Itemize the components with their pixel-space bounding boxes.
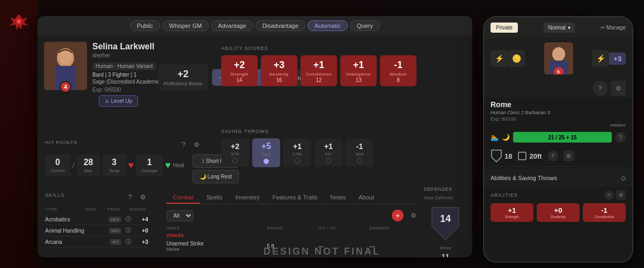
roll-whisper-gm-button[interactable]: Whisper GM [162, 20, 209, 31]
mobile-tab-private[interactable]: Private [491, 23, 518, 33]
ability-wisdom[interactable]: -1 Wisdom 8 [380, 55, 416, 86]
tab-notes[interactable]: Notes [324, 192, 353, 204]
ability-intelligence[interactable]: +1 Intelligence 13 [340, 55, 377, 86]
skill-arcana[interactable]: Arcana INT ⓘ +3 [45, 236, 148, 248]
hp-settings-button[interactable]: ⚙ [191, 139, 202, 150]
mobile-speed-icon [517, 151, 527, 161]
mobile-ability-strength[interactable]: +1 Strength [491, 203, 533, 222]
character-pronouns: she/her [92, 53, 203, 58]
skill-acrobatics[interactable]: Acrobatics DEX ⓘ +4 [45, 214, 148, 225]
skill-arcana-circle-icon: ⓘ [123, 238, 133, 245]
ability-dexterity[interactable]: +3 Dexterity 16 [261, 55, 297, 86]
mobile-constitution-name: Constitution [585, 215, 624, 219]
tab-inventory[interactable]: Inventory [229, 192, 266, 204]
mobile-hp-icons-row: 🏊 🌙 21 / 25 + 15 ? [491, 132, 626, 143]
constitution-score: 12 [305, 77, 333, 83]
ability-strength[interactable]: +2 Strength 14 [221, 55, 258, 86]
hp-temp-value: 3 [108, 158, 121, 167]
skill-animal-handling-circle-icon: ⓘ [123, 227, 133, 234]
constitution-name: Constitution [305, 72, 333, 77]
mobile-ability-constitution[interactable]: -1 Constitution [583, 203, 626, 222]
attack-range: 5 ft [267, 243, 316, 249]
mobile-action-icon-1[interactable]: ⚡ [491, 50, 508, 67]
mobile-tab-normal[interactable]: Normal ▾ [544, 23, 574, 33]
mobile-hp-bar-area: 🏊 🌙 21 / 25 + 15 ? [484, 130, 632, 147]
chevron-right-icon: ◇ [621, 174, 626, 182]
hp-max-box: 28 Max [77, 154, 100, 176]
saving-throws-title: SAVING THROWS [221, 129, 466, 134]
mobile-abilities-gear-button[interactable]: ⚙ [616, 190, 626, 200]
level-up-button[interactable]: ⚔ Level Up [99, 95, 138, 107]
mobile-speed-help-button[interactable]: ? [547, 151, 558, 161]
mobile-abilities-section-label: Abilities & Saving Throws [491, 175, 557, 181]
hp-help-button[interactable]: ? [178, 139, 189, 150]
manage-button[interactable]: ✂ Manage [601, 25, 626, 31]
defenses-title: DEFENSES [424, 187, 467, 192]
skill-acrobatics-bonus: +4 [135, 217, 148, 222]
sidebar [0, 0, 38, 268]
skills-column-headers: TYPE MOD PROF BONUS [45, 207, 148, 212]
skills-settings-button[interactable]: ⚙ [137, 192, 148, 203]
save-int-value: +1 [320, 142, 337, 151]
heal-label: Heal [173, 162, 184, 168]
save-wis[interactable]: -1 WIS [346, 139, 374, 167]
mobile-initiative-badge: +3 [609, 53, 626, 65]
mobile-action-icon-2[interactable]: ⚡ [592, 50, 609, 67]
save-con-value: +1 [289, 142, 306, 151]
mobile-abilities-toggle[interactable]: Abilities & Saving Throws ◇ [484, 169, 632, 187]
defenses-section: DEFENSES New Defense 14 Armor 11 Dam [419, 182, 472, 257]
mobile-hp-help-button[interactable]: ? [615, 132, 626, 143]
skills-section: SKILLS ? ⚙ TYPE MOD PROF BONUS Acrobatic… [38, 188, 156, 252]
combat-settings-button[interactable]: ⚙ [408, 210, 419, 221]
attack-col-damage: DAMAGE [369, 226, 419, 230]
attack-group-label: Attacks [166, 233, 419, 238]
mobile-help-button[interactable]: ? [592, 81, 608, 96]
save-dex-value: +5 [258, 142, 275, 151]
tab-combat[interactable]: Combat [166, 192, 200, 204]
hp-temp-label: Temp [108, 168, 121, 173]
tab-features[interactable]: Features & Traits [266, 192, 324, 204]
mobile-shield-icon [491, 149, 502, 163]
save-con[interactable]: +1 CON [283, 139, 311, 167]
roll-automatic-button[interactable]: Automatic [308, 20, 348, 31]
mobile-ability-dexterity[interactable]: +0 Dexterity [537, 203, 580, 222]
dexterity-score: 16 [265, 77, 293, 83]
mobile-dexterity-val: +0 [539, 206, 577, 214]
save-str[interactable]: +2 STR [221, 139, 249, 167]
new-defense-label: New Defense [424, 195, 467, 200]
constitution-mod: +1 [305, 59, 333, 71]
mobile-coin-icon[interactable]: 🪙 [508, 50, 525, 67]
combat-filter-row: All + ⚙ [166, 210, 419, 221]
mobile-speed-value: 20ft [529, 152, 541, 160]
ability-constitution[interactable]: +1 Constitution 12 [301, 55, 337, 86]
attack-unarmed-strike[interactable]: Unarmed Strike Melee 5 ft — — [166, 239, 419, 254]
save-int[interactable]: +1 INT [314, 139, 342, 167]
skills-help-button[interactable]: ? [125, 192, 135, 203]
mobile-speed-gear-button[interactable]: ⚙ [564, 151, 574, 161]
roll-disadvantage-button[interactable]: Disadvantage [255, 20, 305, 31]
mobile-ac-display: 18 [491, 149, 512, 163]
attack-col-name: NAME [166, 226, 265, 230]
save-dex[interactable]: +5 DEX [252, 138, 280, 167]
ability-scores-title: ABILITY SCORES [221, 46, 466, 51]
hp-max-value: 28 [82, 158, 95, 167]
mobile-abilities-title-row: ABILITIES ? ⚙ [491, 190, 626, 200]
combat-section: Combat Spells Inventory Features & Trait… [161, 188, 424, 257]
roll-query-button[interactable]: Query [350, 20, 380, 31]
mobile-ability-scores-row: +1 Strength +0 Dexterity -1 Constitution [491, 203, 626, 222]
combat-filter-select[interactable]: All [166, 210, 193, 221]
saving-throws-section: SAVING THROWS +2 STR +5 DEX +1 CON +1 IN… [215, 123, 472, 173]
add-attack-button[interactable]: + [392, 210, 404, 221]
mobile-gear-button[interactable]: ⚙ [611, 81, 626, 96]
character-race: Human · Human Variant [92, 62, 156, 70]
save-wis-name: WIS [351, 152, 368, 157]
skill-animal-handling[interactable]: Animal Handling WIS ⓘ +0 [45, 225, 148, 236]
roll-public-button[interactable]: Public [130, 20, 160, 31]
mobile-abilities-help-button[interactable]: ? [604, 190, 614, 200]
skill-acrobatics-attr: DEX [108, 217, 121, 222]
tab-about[interactable]: About [352, 192, 380, 204]
roll-advantage-button[interactable]: Advantage [211, 20, 253, 31]
tab-spells[interactable]: Spells [200, 192, 229, 204]
skill-animal-handling-bonus: +0 [135, 228, 148, 234]
save-int-dot [326, 158, 331, 163]
